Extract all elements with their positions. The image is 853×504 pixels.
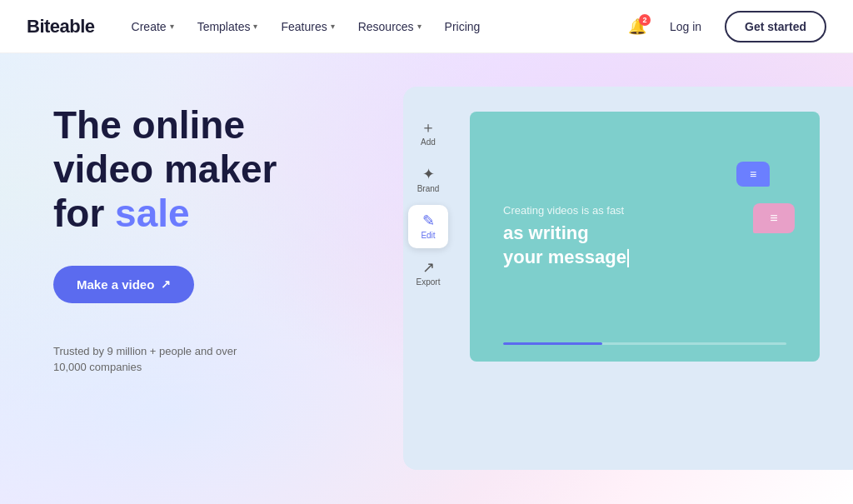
hero-content: The online video maker for sale Make a v… — [0, 53, 375, 376]
chevron-down-icon: ▾ — [253, 22, 257, 31]
chevron-down-icon: ▾ — [417, 22, 422, 31]
logo[interactable]: Biteable — [27, 16, 95, 37]
trusted-text: Trusted by 9 million + people and over 1… — [53, 343, 253, 376]
nav-item-templates[interactable]: Templates ▾ — [187, 13, 268, 40]
notification-bell-icon[interactable]: 🔔 2 — [628, 17, 646, 36]
hero-section: The online video maker for sale Make a v… — [0, 53, 853, 504]
tool-add-button[interactable]: ＋ Add — [408, 112, 448, 155]
nav-links: Create ▾ Templates ▾ Features ▾ Resource… — [122, 13, 628, 40]
brand-icon: ✦ — [422, 167, 435, 182]
chevron-down-icon: ▾ — [331, 22, 335, 31]
tool-edit-button[interactable]: ✎ Edit — [408, 205, 448, 248]
canvas-small-text: Creating videos is as fast — [503, 204, 629, 217]
nav-item-create[interactable]: Create ▾ — [122, 13, 184, 40]
tool-brand-button[interactable]: ✦ Brand — [408, 158, 448, 202]
notification-badge: 2 — [639, 14, 651, 26]
nav-item-pricing[interactable]: Pricing — [435, 13, 491, 40]
editor-inner: ＋ Add ✦ Brand ✎ Edit ↗ Export — [403, 87, 853, 470]
get-started-button[interactable]: Get started — [725, 11, 826, 42]
nav-item-features[interactable]: Features ▾ — [271, 13, 344, 40]
hero-title: The online video maker for sale — [53, 103, 322, 236]
chat-bubble-2 — [753, 203, 795, 233]
canvas-text-block: Creating videos is as fast as writing yo… — [503, 204, 629, 269]
export-icon: ↗ — [422, 260, 435, 275]
arrow-icon: ↗ — [161, 277, 171, 291]
hero-highlight-word: sale — [115, 192, 190, 235]
text-cursor — [627, 249, 629, 267]
add-icon: ＋ — [421, 120, 436, 135]
nav-right: 🔔 2 Log in Get started — [628, 11, 826, 42]
chevron-down-icon: ▾ — [170, 22, 174, 31]
chat-bubble-1 — [736, 162, 770, 187]
nav-item-resources[interactable]: Resources ▾ — [348, 13, 431, 40]
tool-sidebar: ＋ Add ✦ Brand ✎ Edit ↗ Export — [403, 112, 453, 295]
tool-export-button[interactable]: ↗ Export — [408, 252, 448, 295]
canvas-big-text: as writing your message — [503, 222, 629, 269]
edit-icon: ✎ — [422, 213, 435, 228]
editor-mockup: ＋ Add ✦ Brand ✎ Edit ↗ Export — [403, 87, 853, 470]
make-video-button[interactable]: Make a video ↗ — [53, 266, 194, 303]
video-canvas: Creating videos is as fast as writing yo… — [470, 112, 820, 362]
navbar: Biteable Create ▾ Templates ▾ Features ▾… — [0, 0, 853, 53]
login-button[interactable]: Log in — [660, 13, 711, 40]
progress-bar-track — [503, 342, 786, 345]
progress-bar-fill — [503, 342, 602, 345]
